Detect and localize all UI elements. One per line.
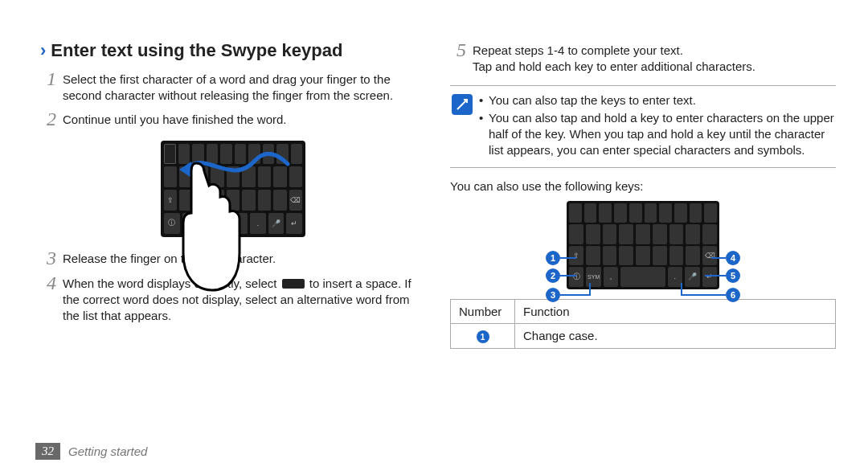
left-column: › Enter text using the Swype keypad 1 Se… (40, 40, 426, 455)
step-1: 1 Select the first character of a word a… (40, 69, 426, 104)
table-header-function: Function (515, 299, 836, 323)
table-header-number: Number (451, 299, 515, 323)
callout-1: 1 (546, 251, 560, 265)
note-icon (452, 94, 473, 115)
step-text: Select the first character of a word and… (63, 69, 426, 104)
function-table: Number Function 1 Change case. (450, 299, 836, 350)
callout-2: 2 (546, 268, 560, 283)
callout-6: 6 (726, 288, 740, 302)
spacebar-key-icon (282, 279, 305, 289)
note-item: You can also tap and hold a key to enter… (479, 110, 834, 159)
table-cell-number: 1 (451, 323, 515, 349)
step-number: 1 (40, 69, 63, 104)
keypad-illustration: ⇧⌫ ⓘSYM,.🎤↵ (567, 201, 719, 289)
page-number: 32 (35, 443, 60, 460)
step-text: Continue until you have finished the wor… (63, 109, 287, 129)
page-footer: 32 Getting started (35, 443, 147, 460)
step4-part-a: When the word displays correctly, select (63, 276, 277, 290)
callout-5: 5 (726, 268, 740, 283)
step-2: 2 Continue until you have finished the w… (40, 109, 426, 129)
table-row: 1 Change case. (451, 323, 836, 349)
note-item: You can also tap the keys to enter text. (479, 92, 834, 109)
step-text: Release the finger on the last character… (63, 248, 276, 268)
section-heading: › Enter text using the Swype keypad (40, 40, 426, 61)
step-number: 5 (450, 40, 473, 76)
step-3: 3 Release the finger on the last charact… (40, 248, 426, 268)
step5-line-a: Repeat steps 1-4 to complete your text. (473, 43, 755, 59)
step-text: Repeat steps 1-4 to complete your text. … (473, 40, 755, 76)
right-column: 5 Repeat steps 1-4 to complete your text… (450, 40, 836, 455)
section-label: Getting started (68, 444, 147, 458)
subline-text: You can also use the following keys: (450, 179, 836, 193)
step-number: 4 (40, 273, 63, 325)
swype-keypad-figure: ⇧⌫ ⓘ,.🎤↵ (161, 141, 305, 237)
callout-3: 3 (546, 288, 560, 302)
step-5: 5 Repeat steps 1-4 to complete your text… (450, 40, 836, 76)
step-number: 3 (40, 248, 63, 268)
keypad-callout-figure: ⇧⌫ ⓘSYM,.🎤↵ 1 2 3 4 5 6 (542, 201, 743, 289)
note-box: You can also tap the keys to enter text.… (450, 85, 836, 168)
step-number: 2 (40, 109, 63, 129)
note-list: You can also tap the keys to enter text.… (479, 92, 834, 161)
chevron-icon: › (40, 40, 46, 61)
table-header-row: Number Function (451, 299, 836, 323)
step-4: 4 When the word displays correctly, sele… (40, 273, 426, 325)
table-cell-function: Change case. (515, 323, 836, 349)
step5-line-b: Tap and hold each key to enter additiona… (473, 59, 755, 75)
heading-text: Enter text using the Swype keypad (51, 40, 342, 61)
callout-4: 4 (726, 251, 740, 265)
step-text: When the word displays correctly, select… (63, 273, 426, 325)
keypad-illustration: ⇧⌫ ⓘ,.🎤↵ (161, 141, 305, 237)
